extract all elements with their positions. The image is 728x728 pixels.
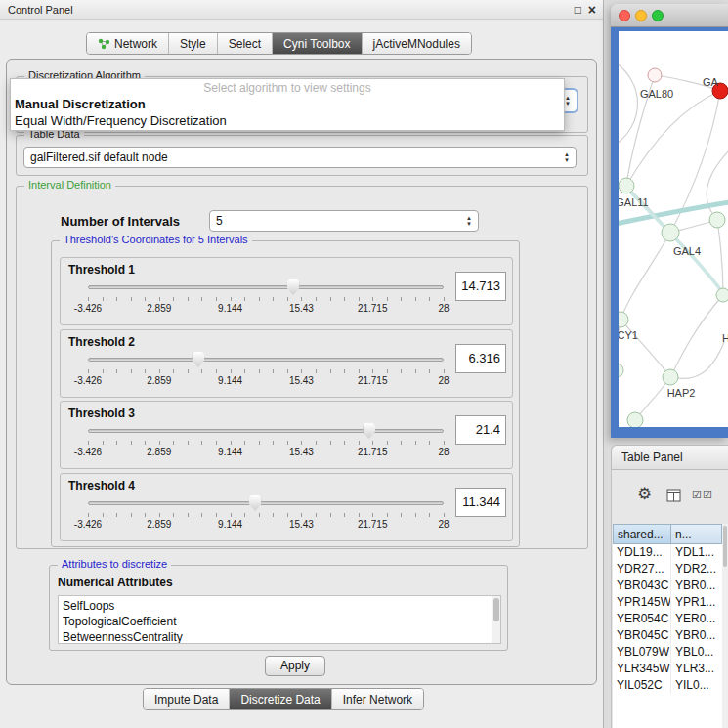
table-cell[interactable]: YBR045C <box>613 627 671 644</box>
slider-thumb[interactable] <box>249 495 262 511</box>
network-edge[interactable] <box>626 91 720 186</box>
table-scrollbar[interactable] <box>722 524 728 728</box>
threshold-2-value-field[interactable]: 6.316 <box>455 344 506 373</box>
table-cell[interactable]: YBR043C <box>613 578 671 594</box>
slider-thumb[interactable] <box>287 279 300 295</box>
table-cell[interactable]: YBR0... <box>671 578 722 594</box>
threshold-3-slider[interactable] <box>88 423 444 439</box>
network-node[interactable] <box>648 68 662 82</box>
threshold-1-slider[interactable] <box>88 279 444 295</box>
table-cell[interactable]: YLR3... <box>671 661 722 677</box>
table-cell[interactable]: YLR345W <box>613 661 671 677</box>
network-node-label: GA <box>703 76 719 88</box>
tab-style[interactable]: Style <box>169 33 218 54</box>
column-header-name[interactable]: n... <box>671 524 722 544</box>
table-row[interactable]: YDR27... YDR2... <box>613 561 722 578</box>
slider-scale-labels: -3.426 2.859 9.144 15.43 21.715 28 <box>88 303 444 315</box>
table-scrollbar-thumb[interactable] <box>723 526 727 567</box>
network-node-label: H <box>722 332 728 344</box>
threshold-3-value-field[interactable]: 21.4 <box>455 415 506 445</box>
tab-style-label: Style <box>180 37 206 51</box>
network-edge[interactable] <box>621 320 670 377</box>
number-of-intervals-combobox[interactable]: 5 ▲▼ <box>209 210 479 232</box>
table-cell[interactable]: YPR145W <box>613 594 671 611</box>
tab-network[interactable]: Network <box>87 33 169 54</box>
tab-impute-data[interactable]: Impute Data <box>144 689 230 709</box>
table-data-combobox-value: galFiltered.sif default node <box>30 150 168 164</box>
network-node[interactable] <box>619 364 623 377</box>
table-row[interactable]: YPR145W YPR1... <box>613 594 722 611</box>
table-row[interactable]: YBR043C YBR0... <box>613 578 722 594</box>
network-edge[interactable] <box>635 377 670 420</box>
table-cell[interactable]: YIL052C <box>613 677 671 694</box>
list-scrollbar[interactable] <box>492 596 500 643</box>
close-panel-icon[interactable]: × <box>588 0 596 20</box>
numerical-attributes-list[interactable]: SelfLoops TopologicalCoefficient Between… <box>58 595 501 644</box>
table-cell[interactable]: YER054C <box>613 611 671 627</box>
table-cell[interactable]: YDR2... <box>671 561 722 578</box>
table-header-row: shared... n... <box>613 524 722 544</box>
table-row[interactable]: YER054C YER0... <box>613 611 722 627</box>
network-canvas[interactable]: GAL80 GA GAL11 GAL4 GCY1 HAP2 H <box>619 31 728 427</box>
table-cell[interactable]: YDL1... <box>671 544 722 561</box>
list-item[interactable]: BetweennessCentrality <box>59 629 500 644</box>
tab-select[interactable]: Select <box>218 33 273 54</box>
algorithm-option-manual[interactable]: Manual Discretization <box>11 96 564 112</box>
list-item[interactable]: TopologicalCoefficient <box>59 614 500 629</box>
network-edge[interactable] <box>621 233 670 320</box>
select-columns-icon[interactable]: ☑☑ <box>692 489 713 501</box>
gear-icon[interactable]: ⚙ <box>637 484 652 504</box>
slider-track[interactable] <box>88 429 444 433</box>
network-node[interactable] <box>716 288 728 302</box>
table-cell[interactable]: YDR27... <box>613 561 671 578</box>
list-scrollbar-thumb[interactable] <box>493 598 499 621</box>
column-header-shared-name[interactable]: shared... <box>613 524 671 544</box>
slider-track[interactable] <box>88 358 444 362</box>
table-cell[interactable]: YDL19... <box>613 544 671 561</box>
tab-discretize-data[interactable]: Discretize Data <box>230 689 331 709</box>
network-node[interactable] <box>662 224 679 241</box>
slider-thumb[interactable] <box>363 423 375 439</box>
network-node[interactable] <box>709 212 725 228</box>
table-row[interactable]: YDL19... YDL1... <box>613 544 722 561</box>
threshold-4-value-field[interactable]: 11.344 <box>455 488 506 517</box>
tab-cyni-toolbox-label: Cyni Toolbox <box>283 37 350 51</box>
network-window-titlebar[interactable] <box>611 4 728 27</box>
slider-thumb[interactable] <box>192 352 204 367</box>
network-edge[interactable] <box>717 220 723 295</box>
tab-jactivemnodules[interactable]: jActiveMNodules <box>363 33 471 54</box>
zoom-window-icon[interactable] <box>652 10 664 21</box>
network-node[interactable] <box>663 369 678 385</box>
table-cell[interactable]: YBR0... <box>671 627 722 644</box>
table-row[interactable]: YBR045C YBR0... <box>613 627 722 644</box>
table-row[interactable]: YBL079W YBL0... <box>613 644 722 661</box>
network-edge[interactable] <box>670 295 723 377</box>
table-row[interactable]: YLR345W YLR3... <box>613 661 722 677</box>
minimize-window-icon[interactable] <box>635 10 647 21</box>
algorithm-option-equal-width[interactable]: Equal Width/Frequency Discretization <box>11 112 564 129</box>
list-item[interactable]: SelfLoops <box>59 596 500 614</box>
threshold-1-value-field[interactable]: 14.713 <box>455 272 506 301</box>
threshold-4-slider[interactable] <box>88 495 444 511</box>
table-cell[interactable]: YIL0... <box>671 677 722 694</box>
table-row[interactable]: YIL052C YIL0... <box>613 677 722 694</box>
table-cell[interactable]: YPR1... <box>671 594 722 611</box>
apply-button[interactable]: Apply <box>265 656 325 676</box>
slider-track[interactable] <box>88 501 444 505</box>
network-node[interactable] <box>627 412 643 427</box>
threshold-2-slider[interactable] <box>88 352 444 367</box>
network-edge[interactable] <box>619 61 638 147</box>
slider-track[interactable] <box>88 285 444 289</box>
network-node[interactable] <box>619 312 628 327</box>
close-window-icon[interactable] <box>619 10 630 21</box>
network-edge[interactable] <box>707 149 728 220</box>
table-cell[interactable]: YBL079W <box>613 644 671 661</box>
columns-icon[interactable] <box>666 489 681 502</box>
table-cell[interactable]: YBL0... <box>671 644 722 661</box>
table-cell[interactable]: YER0... <box>671 611 722 627</box>
float-window-icon[interactable]: □ <box>575 0 581 20</box>
tab-infer-network[interactable]: Infer Network <box>332 689 423 709</box>
network-node[interactable] <box>619 178 634 193</box>
table-data-combobox[interactable]: galFiltered.sif default node ▲▼ <box>23 147 577 168</box>
tab-cyni-toolbox[interactable]: Cyni Toolbox <box>273 33 362 54</box>
